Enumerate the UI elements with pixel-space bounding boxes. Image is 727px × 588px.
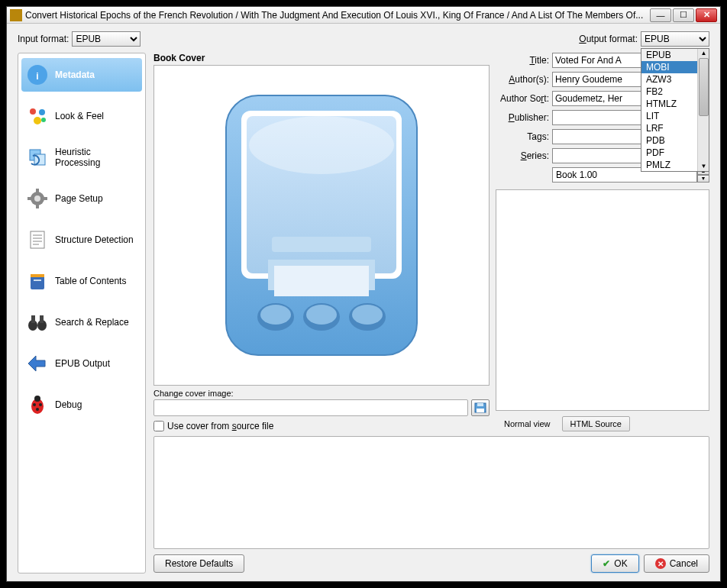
svg-point-3 (39, 109, 45, 115)
scroll-up-icon[interactable]: ▲ (699, 49, 709, 58)
svg-point-30 (36, 408, 39, 411)
minimize-button[interactable]: — (650, 8, 671, 22)
close-button[interactable]: ✕ (696, 8, 717, 22)
svg-rect-12 (27, 197, 31, 200)
dropdown-scrollbar[interactable]: ▲ ▼ (697, 49, 709, 171)
svg-rect-45 (477, 403, 483, 406)
comments-preview (496, 189, 709, 411)
use-source-cover-checkbox[interactable] (153, 421, 164, 431)
svg-rect-24 (31, 315, 35, 323)
sidebar-item-heuristic[interactable]: Heuristic Processing (21, 141, 142, 174)
sidebar-item-toc[interactable]: Table of Contents (21, 264, 142, 298)
disk-icon (474, 402, 486, 413)
output-format-label: Output format: (579, 34, 638, 44)
info-icon: i (26, 63, 49, 86)
tags-label: Tags: (496, 131, 549, 142)
svg-point-39 (260, 305, 291, 325)
author-sort-label: Author Sort: (496, 93, 549, 104)
cancel-button[interactable]: ✕ Cancel (644, 554, 709, 573)
browse-cover-button[interactable] (471, 399, 490, 416)
dropdown-item-azw3[interactable]: AZW3 (641, 73, 697, 86)
svg-point-29 (39, 403, 42, 406)
svg-rect-25 (40, 315, 44, 323)
dropdown-item-lit[interactable]: LIT (641, 110, 697, 122)
output-format-dropdown[interactable]: EPUB MOBI AZW3 FB2 HTMLZ LIT LRF PDB PDF (641, 48, 709, 172)
svg-rect-13 (44, 197, 47, 200)
svg-rect-10 (36, 189, 39, 192)
book-number-down[interactable]: ▼ (697, 175, 709, 183)
authors-label: Author(s): (496, 74, 549, 85)
dropdown-item-mobi[interactable]: MOBI (641, 61, 697, 73)
tab-html-source[interactable]: HTML Source (562, 416, 630, 431)
svg-rect-37 (274, 266, 369, 296)
tab-normal-view[interactable]: Normal view (496, 416, 559, 431)
sync-icon (26, 146, 49, 169)
svg-rect-21 (34, 279, 41, 281)
scroll-down-icon[interactable]: ▼ (699, 162, 709, 171)
sidebar: i Metadata Look & Feel Heuristic Process… (18, 53, 146, 573)
change-cover-label: Change cover image: (153, 389, 490, 398)
dropdown-item-htmlz[interactable]: HTMLZ (641, 98, 697, 110)
svg-point-28 (33, 403, 36, 406)
sidebar-item-look-feel[interactable]: Look & Feel (21, 99, 142, 133)
svg-text:i: i (36, 71, 38, 82)
arrow-left-icon (26, 352, 49, 375)
svg-rect-11 (36, 205, 39, 208)
cancel-icon: ✕ (655, 558, 666, 569)
app-icon (10, 9, 22, 21)
input-format-label: Input format: (18, 34, 69, 44)
book-cover-label: Book Cover (153, 53, 490, 63)
input-format-select[interactable]: EPUB (72, 31, 141, 47)
gear-icon (26, 187, 49, 210)
sidebar-item-epub-output[interactable]: EPUB Output (21, 347, 142, 380)
publisher-label: Publisher: (496, 112, 549, 123)
series-label: Series: (496, 150, 549, 161)
maximize-button[interactable]: ☐ (673, 8, 694, 22)
sidebar-item-debug[interactable]: Debug (21, 388, 142, 422)
cover-preview (153, 65, 490, 386)
dropdown-item-pmlz[interactable]: PMLZ (641, 159, 697, 171)
svg-rect-14 (31, 231, 44, 248)
binoculars-icon (26, 311, 49, 334)
sidebar-item-structure[interactable]: Structure Detection (21, 223, 142, 257)
svg-point-41 (306, 305, 337, 325)
title-label: Title: (496, 55, 549, 66)
window-title: Convert Historical Epochs of the French … (25, 10, 650, 21)
paint-icon (26, 105, 49, 128)
dropdown-item-fb2[interactable]: FB2 (641, 86, 697, 98)
scroll-thumb[interactable] (699, 58, 709, 116)
svg-point-5 (41, 118, 46, 122)
dropdown-item-pdf[interactable]: PDF (641, 147, 697, 159)
svg-point-4 (34, 117, 41, 124)
dropdown-item-lrf[interactable]: LRF (641, 122, 697, 134)
svg-point-27 (34, 396, 40, 402)
svg-point-34 (249, 116, 394, 174)
book-icon (26, 270, 49, 292)
svg-point-2 (30, 108, 36, 115)
dropdown-item-epub[interactable]: EPUB (641, 49, 697, 61)
svg-rect-20 (31, 274, 44, 277)
sidebar-item-search-replace[interactable]: Search & Replace (21, 305, 142, 339)
sidebar-item-page-setup[interactable]: Page Setup (21, 182, 142, 215)
cover-path-input[interactable] (153, 399, 468, 416)
svg-rect-35 (272, 237, 371, 252)
svg-rect-46 (477, 409, 484, 412)
use-source-cover-label: Use cover from source file (167, 421, 273, 431)
document-icon (26, 228, 49, 251)
comments-editor[interactable] (153, 436, 709, 549)
check-icon: ✔ (603, 558, 610, 569)
svg-point-43 (352, 305, 383, 325)
restore-defaults-button[interactable]: Restore Defaults (153, 554, 244, 573)
sidebar-item-metadata[interactable]: i Metadata (21, 58, 142, 92)
svg-point-9 (34, 195, 40, 202)
bug-icon (26, 393, 49, 416)
dropdown-item-pdb[interactable]: PDB (641, 134, 697, 147)
ok-button[interactable]: ✔ OK (591, 554, 638, 573)
output-format-select[interactable]: EPUB (641, 31, 709, 47)
